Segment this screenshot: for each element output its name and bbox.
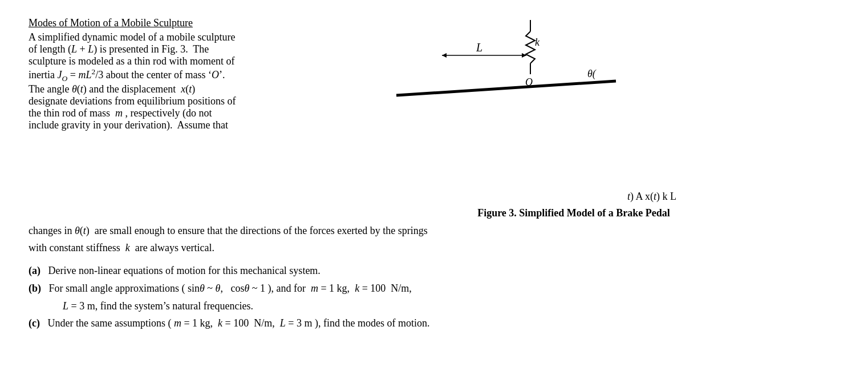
part-b-continued: L = 3 m, find the system’s natural frequ… [63, 300, 253, 312]
part-b-text: For small angle approximations ( sinθ ~ … [44, 283, 412, 294]
svg-marker-4 [442, 53, 447, 58]
k-label-top: k [535, 37, 540, 48]
x-label: x(t) [645, 191, 660, 202]
part-c-text: Under the same assumptions ( m = 1 kg, k… [42, 317, 429, 329]
part-a-label: (a) [29, 265, 40, 276]
intro-text: A simplified dynamic model of a mobile s… [29, 31, 291, 131]
svg-line-5 [396, 81, 616, 95]
part-a-text: Derive non-linear equations of motion fo… [43, 265, 321, 276]
figure-3-diagram: k L O θ( [308, 17, 627, 200]
parts-section: (a) Derive non-linear equations of motio… [29, 262, 839, 332]
figure-caption: Figure 3. Simplified Model of a Brake Pe… [308, 207, 839, 219]
part-b-label: (b) [29, 283, 41, 294]
continuation-text: changes in θ(t) are small enough to ensu… [29, 223, 839, 256]
A-label: A [636, 191, 643, 202]
L-label-top: L [476, 41, 482, 54]
L-label-bottom: L [670, 191, 676, 202]
theta-label: θ( [587, 68, 597, 80]
title: Modes of Motion of a Mobile Sculpture [29, 17, 291, 29]
part-c-label: (c) [29, 317, 40, 329]
k-label-left: k [663, 191, 668, 202]
left-text-block: Modes of Motion of a Mobile Sculpture A … [29, 17, 291, 131]
diagram-area: k L O θ(t) [308, 17, 839, 219]
